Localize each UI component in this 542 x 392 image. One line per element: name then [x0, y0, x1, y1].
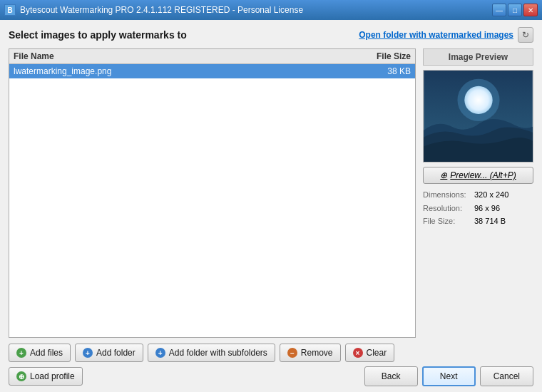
- add-folder-icon: +: [83, 348, 93, 358]
- remove-label: Remove: [301, 348, 333, 358]
- maximize-button[interactable]: □: [508, 4, 522, 16]
- next-button[interactable]: Next: [422, 366, 476, 386]
- filesize-label: File Size:: [423, 215, 471, 228]
- file-size: 38 KB: [354, 66, 411, 76]
- preview-btn-label: Preview... (Alt+P): [450, 170, 516, 180]
- load-profile-label: Load profile: [30, 371, 75, 381]
- preview-btn-icon: ⊕: [440, 170, 447, 180]
- svg-point-2: [464, 86, 492, 114]
- add-files-label: Add files: [30, 348, 63, 358]
- open-folder-link[interactable]: Open folder with watermarked images: [359, 30, 513, 40]
- table-row[interactable]: lwatermarking_image.png 38 KB: [9, 64, 415, 78]
- back-button[interactable]: Back: [364, 366, 418, 386]
- info-row-dimensions: Dimensions: 320 x 240: [423, 188, 533, 202]
- add-folder-sub-icon: +: [155, 348, 165, 358]
- title-bar: B Bytescout Watermarking PRO 2.4.1.112 R…: [0, 0, 542, 20]
- image-info: Dimensions: 320 x 240 Resolution: 96 x 9…: [423, 188, 533, 228]
- title-text: Bytescout Watermarking PRO 2.4.1.112 REG…: [20, 5, 303, 15]
- info-row-filesize: File Size: 38 714 B: [423, 215, 533, 228]
- close-button[interactable]: ✕: [523, 4, 538, 16]
- file-panel: File Name File Size lwatermarking_image.…: [9, 48, 416, 338]
- add-folder-sub-button[interactable]: + Add folder with subfolders: [148, 344, 275, 362]
- resolution-value: 96 x 96: [474, 202, 500, 215]
- load-profile-icon: ⊕: [16, 371, 26, 381]
- action-buttons-row: + Add files + Add folder + Add folder wi…: [9, 344, 533, 362]
- clear-button[interactable]: × Clear: [345, 344, 395, 362]
- column-filename: File Name: [14, 51, 354, 61]
- clear-label: Clear: [367, 348, 387, 358]
- add-folder-sub-label: Add folder with subfolders: [169, 348, 267, 358]
- preview-svg: [424, 71, 533, 162]
- nav-buttons: Back Next Cancel: [364, 366, 533, 386]
- dimensions-value: 320 x 240: [474, 188, 508, 202]
- preview-button[interactable]: ⊕ Preview... (Alt+P): [423, 167, 533, 184]
- preview-panel: Image Preview: [423, 48, 533, 338]
- resolution-label: Resolution:: [423, 202, 471, 215]
- add-files-button[interactable]: + Add files: [9, 344, 71, 362]
- add-folder-label: Add folder: [96, 348, 136, 358]
- add-files-icon: +: [16, 348, 26, 358]
- file-list-header: File Name File Size: [9, 49, 415, 64]
- dimensions-label: Dimensions:: [423, 188, 471, 202]
- cancel-button[interactable]: Cancel: [480, 366, 533, 386]
- add-folder-button[interactable]: + Add folder: [75, 344, 143, 362]
- preview-label: Image Preview: [423, 48, 533, 66]
- content-area: File Name File Size lwatermarking_image.…: [9, 48, 533, 338]
- window-title-text: Select images to apply watermarks to: [9, 29, 187, 41]
- load-profile-button[interactable]: ⊕ Load profile: [9, 367, 83, 386]
- nav-row: ⊕ Load profile Back Next Cancel: [9, 366, 533, 386]
- file-list-body[interactable]: lwatermarking_image.png 38 KB: [9, 64, 415, 337]
- refresh-button[interactable]: ↻: [518, 27, 533, 43]
- title-right-area: Open folder with watermarked images ↻: [359, 27, 533, 43]
- remove-button[interactable]: − Remove: [280, 344, 341, 362]
- window-title-row: Select images to apply watermarks to Ope…: [9, 27, 533, 43]
- clear-icon: ×: [353, 348, 363, 358]
- info-row-resolution: Resolution: 96 x 96: [423, 202, 533, 215]
- refresh-icon: ↻: [522, 30, 529, 40]
- filesize-value: 38 714 B: [474, 215, 506, 228]
- window-controls: — □ ✕: [492, 4, 538, 16]
- app-icon: B: [4, 4, 16, 16]
- preview-image: [423, 70, 533, 163]
- remove-icon: −: [287, 348, 297, 358]
- minimize-button[interactable]: —: [492, 4, 506, 16]
- window-body: Select images to apply watermarks to Ope…: [0, 20, 542, 392]
- column-filesize: File Size: [354, 51, 411, 61]
- file-name: lwatermarking_image.png: [14, 66, 354, 76]
